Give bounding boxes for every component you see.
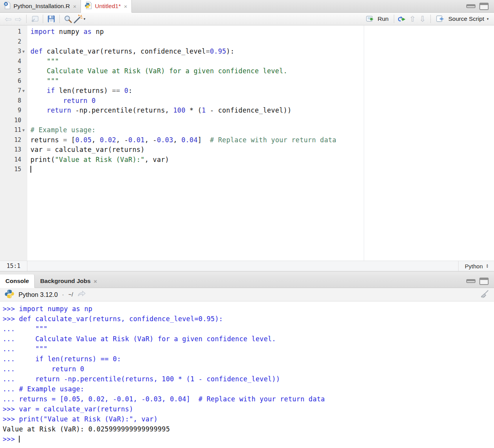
go-next-section-icon[interactable]: ⇩ [417,14,427,24]
console-input-line: >>> var = calculate_var(returns) [3,404,494,414]
console-input-line: >>> def calculate_var(returns, confidenc… [3,314,494,324]
run-icon [366,16,376,22]
console-input-line: ... return 0 [3,364,494,374]
code-line[interactable]: 4 """ [0,57,494,67]
source-script-label: Source Script [448,15,484,22]
separator-dot: · [62,291,64,298]
code-line[interactable]: 8 return 0 [0,96,494,106]
line-number: 3▼ [0,47,27,57]
console-input-line: >>> import numpy as np [3,304,494,314]
console-tab-label: Console [5,278,29,285]
cursor-position: 15:1 [0,261,27,271]
language-selector[interactable]: Python ▲▼ [458,261,494,271]
console-cursor [19,436,20,443]
interpreter-bar: Python 3.12.0 · ~/ [0,288,494,301]
line-number: 10 [0,116,27,126]
close-icon[interactable]: × [72,3,77,9]
background-jobs-tab-label: Background Jobs [40,278,91,285]
chevron-updown-icon: ▲▼ [486,264,489,268]
code-tools-wand-icon[interactable] [73,14,83,24]
line-number: 7▼ [0,86,27,96]
code-line[interactable]: 13var = calculate_var(returns) [0,145,494,155]
source-script-icon [436,15,446,22]
code-line[interactable]: 2 [0,37,494,47]
editor-tab-bar: R Python_Installation.R × Untitled1* × [0,0,494,13]
tab-bar-spacer [132,0,466,12]
line-number: 2 [0,37,27,47]
line-number: 6 [0,76,27,86]
console-input-line: >>> print("Value at Risk (VaR):", var) [3,414,494,424]
line-number: 5 [0,66,27,76]
code-line[interactable]: 9 return -np.percentile(returns, 100 * (… [0,106,494,116]
line-number: 15 [0,165,27,175]
interpreter-name: Python 3.12.0 [18,291,58,298]
go-previous-section-icon[interactable]: ⇧ [407,14,417,24]
code-line[interactable]: 6 """ [0,76,494,86]
code-line[interactable]: 14print("Value at Risk (VaR):", var) [0,155,494,165]
svg-text:R: R [5,2,7,6]
rstudio-window: R Python_Installation.R × Untitled1* × [0,0,494,448]
back-icon[interactable]: ⇦ [3,14,13,24]
fold-toggle-icon[interactable]: ▼ [21,125,27,135]
tab-title: Python_Installation.R [13,3,70,10]
close-icon[interactable]: × [123,3,128,9]
line-number: 8 [0,96,27,106]
maximize-pane-icon[interactable] [479,3,489,10]
console-input-line: ... """ [3,324,494,334]
console-output-line: Value at Risk (VaR): 0.02599999999999999… [3,424,494,434]
code-line[interactable]: 15 [0,165,494,175]
wand-dropdown-icon[interactable]: ▾ [84,17,86,21]
close-icon[interactable]: × [93,278,97,284]
save-icon[interactable] [46,14,56,24]
line-number: 4 [0,57,27,67]
tab-python-installation-r[interactable]: R Python_Installation.R × [0,0,81,12]
python-logo-icon [5,289,14,300]
r-file-icon: R [3,2,11,11]
console-output[interactable]: >>> import numpy as np>>> def calculate_… [0,301,494,448]
run-button[interactable]: Run [364,15,391,23]
line-number: 12 [0,135,27,145]
console-input-line: ... returns = [0.05, 0.02, -0.01, -0.03,… [3,394,494,404]
clear-console-broom-icon[interactable] [480,289,489,300]
console-input-line: ... return -np.percentile(returns, 100 *… [3,374,494,384]
line-number: 9 [0,106,27,116]
tab-background-jobs[interactable]: Background Jobs × [35,275,103,288]
run-label: Run [378,15,388,22]
code-editor[interactable]: 1import numpy as np23▼def calculate_var(… [0,25,494,261]
line-number: 13 [0,145,27,155]
code-line[interactable]: 11▼# Example usage: [0,125,494,135]
tab-title: Untitled1* [95,3,121,10]
console-input-line: ... # Example usage: [3,384,494,394]
code-line[interactable]: 5 Calculate Value at Risk (VaR) for a gi… [0,66,494,76]
tab-untitled1[interactable]: Untitled1* × [81,0,132,13]
text-cursor [30,166,31,173]
minimize-pane-icon[interactable] [466,279,476,283]
source-dropdown-icon[interactable]: ▾ [487,17,489,21]
open-in-new-window-icon[interactable] [30,14,40,24]
language-label: Python [465,263,483,269]
goto-directory-icon[interactable] [77,291,86,298]
code-line[interactable]: 10 [0,116,494,126]
line-number: 11▼ [0,125,27,135]
console-tab-bar: Console Background Jobs × [0,275,494,288]
line-number: 14 [0,155,27,165]
source-script-button[interactable]: Source Script ▾ [434,15,491,23]
maximize-pane-icon[interactable] [479,278,489,285]
pane-splitter[interactable] [0,271,494,275]
line-number: 1 [0,27,27,37]
code-line[interactable]: 7▼ if len(returns) == 0: [0,86,494,96]
working-directory: ~/ [68,291,73,298]
rerun-icon[interactable] [397,14,407,24]
code-line[interactable]: 1import numpy as np [0,27,494,37]
console-input-line: ... Calculate Value at Risk (VaR) for a … [3,334,494,344]
search-icon[interactable] [63,14,73,24]
forward-icon[interactable]: ⇨ [13,14,23,24]
tab-console[interactable]: Console [0,275,35,288]
console-input-line[interactable]: >>> [3,434,494,444]
fold-toggle-icon[interactable]: ▼ [21,86,27,96]
fold-toggle-icon[interactable]: ▼ [21,47,27,57]
code-line[interactable]: 12returns = [0.05, 0.02, -0.01, -0.03, 0… [0,135,494,145]
minimize-pane-icon[interactable] [466,4,476,8]
code-line[interactable]: 3▼def calculate_var(returns, confidence_… [0,47,494,57]
editor-status-bar: 15:1 Python ▲▼ [0,261,494,271]
